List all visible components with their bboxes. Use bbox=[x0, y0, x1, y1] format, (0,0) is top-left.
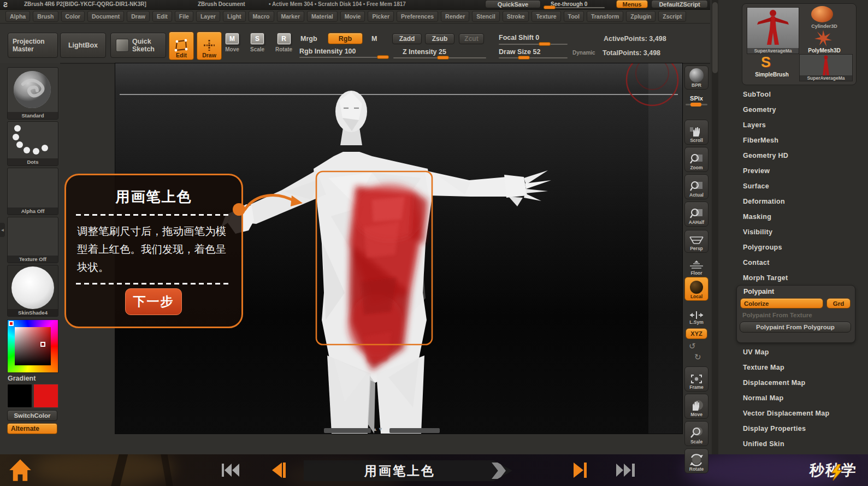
menus-button[interactable]: Menus bbox=[616, 0, 648, 8]
local-button[interactable]: Local bbox=[684, 277, 708, 301]
menu-zscript[interactable]: Zscript bbox=[658, 11, 686, 22]
menu-preferences[interactable]: Preferences bbox=[397, 11, 438, 22]
dock-rotate-button[interactable]: Rotate bbox=[684, 448, 708, 473]
prev-step-button[interactable] bbox=[270, 461, 286, 479]
section-unified-skin[interactable]: Unified Skin bbox=[743, 440, 784, 448]
zoom-button[interactable]: Zoom bbox=[684, 147, 708, 172]
rgb-button[interactable]: Rgb bbox=[328, 33, 363, 44]
section-displacement-map[interactable]: Displacement Map bbox=[743, 379, 806, 387]
cylinder3d-label[interactable]: Cylinder3D bbox=[801, 23, 847, 29]
section-surface[interactable]: Surface bbox=[743, 182, 769, 190]
hue-selector[interactable] bbox=[9, 321, 14, 326]
simplebrush-label[interactable]: SimpleBrush bbox=[747, 72, 797, 78]
focal-shift-knob[interactable] bbox=[539, 42, 551, 46]
current-material-thumbnail[interactable]: SkinShade4 bbox=[7, 265, 58, 317]
scale-button[interactable]: SScale bbox=[250, 33, 264, 52]
actual-button[interactable]: Actual bbox=[684, 174, 708, 199]
frame-button[interactable]: Frame bbox=[684, 366, 708, 392]
quicksave-button[interactable]: QuickSave bbox=[485, 0, 541, 8]
next-step-play-button[interactable] bbox=[571, 461, 588, 479]
z-intensity-knob[interactable] bbox=[437, 56, 449, 60]
spix-knob[interactable] bbox=[690, 103, 701, 106]
move-button[interactable]: MMove bbox=[225, 33, 239, 52]
persp-button[interactable]: Persp bbox=[684, 230, 708, 253]
zcut-button[interactable]: Zcut bbox=[459, 33, 484, 44]
floor-button[interactable]: Floor bbox=[684, 254, 708, 277]
section-geometry-hd[interactable]: Geometry HD bbox=[743, 152, 788, 159]
bpr-button[interactable]: BPR bbox=[684, 66, 708, 90]
cylinder3d-icon[interactable] bbox=[811, 6, 833, 22]
default-zscript-button[interactable]: DefaultZScript bbox=[651, 0, 708, 8]
section-display-properties[interactable]: Display Properties bbox=[743, 425, 806, 432]
section-uv-map[interactable]: UV Map bbox=[743, 348, 769, 356]
section-subtool[interactable]: SubTool bbox=[743, 91, 771, 98]
polypaint-from-polygroup-button[interactable]: Polypaint From Polygroup bbox=[740, 322, 851, 333]
color-selector[interactable] bbox=[40, 342, 45, 347]
simplebrush-icon[interactable]: S bbox=[761, 54, 771, 71]
edit-button[interactable]: Edit bbox=[169, 32, 194, 60]
menu-transform[interactable]: Transform bbox=[587, 11, 623, 22]
polypaint-header[interactable]: Polypaint bbox=[743, 288, 774, 295]
lsym-button[interactable]: L.Sym bbox=[684, 304, 708, 326]
active-tool-thumbnail[interactable]: SuperAverageMa bbox=[747, 7, 799, 54]
m-button[interactable]: M bbox=[371, 35, 377, 43]
section-visibility[interactable]: Visibility bbox=[743, 228, 772, 236]
gradient-label[interactable]: Gradient bbox=[8, 375, 36, 382]
grd-button[interactable]: Grd bbox=[826, 298, 851, 309]
draw-size-knob[interactable] bbox=[518, 56, 530, 60]
current-stroke-thumbnail[interactable]: Dots bbox=[7, 121, 58, 166]
recent-tool-thumbnail[interactable]: SuperAverageMa bbox=[799, 54, 853, 81]
switchcolor-button[interactable]: SwitchColor bbox=[7, 410, 57, 421]
mrgb-button[interactable]: Mrgb bbox=[300, 35, 317, 43]
menu-tool[interactable]: Tool bbox=[564, 11, 584, 22]
menu-alpha[interactable]: Alpha bbox=[5, 11, 30, 22]
spin-left-icon[interactable]: ↺ bbox=[689, 341, 696, 351]
section-layers[interactable]: Layers bbox=[743, 121, 766, 129]
zsub-button[interactable]: Zsub bbox=[425, 33, 454, 44]
section-preview[interactable]: Preview bbox=[743, 167, 770, 175]
section-polygroups[interactable]: Polygroups bbox=[743, 244, 782, 251]
main-color-swatch[interactable] bbox=[7, 384, 32, 408]
menu-document[interactable]: Document bbox=[87, 11, 124, 22]
dock-move-button[interactable]: Move bbox=[684, 394, 708, 419]
polymesh3d-label[interactable]: PolyMesh3D bbox=[799, 48, 849, 54]
spix-control[interactable]: SPix bbox=[686, 93, 707, 105]
section-deformation[interactable]: Deformation bbox=[743, 198, 785, 205]
section-vector-displacement-map[interactable]: Vector Displacement Map bbox=[743, 410, 829, 417]
color-picker[interactable] bbox=[7, 319, 58, 373]
current-texture-thumbnail[interactable]: Texture Off bbox=[7, 217, 58, 263]
quick-sketch-button[interactable]: Quick Sketch bbox=[110, 33, 166, 58]
section-normal-map[interactable]: Normal Map bbox=[743, 394, 784, 402]
home-button[interactable] bbox=[8, 458, 33, 482]
xyz-button[interactable]: XYZ bbox=[686, 328, 707, 339]
dock-scale-button[interactable]: Scale bbox=[684, 421, 708, 446]
menu-edit[interactable]: Edit bbox=[152, 11, 172, 22]
menu-macro[interactable]: Macro bbox=[249, 11, 274, 22]
lightbox-button[interactable]: LightBox bbox=[60, 33, 106, 58]
scroll-button[interactable]: Scroll bbox=[684, 120, 708, 145]
projection-master-button[interactable]: Projection Master bbox=[8, 33, 58, 58]
spin-right-icon[interactable]: ↻ bbox=[694, 352, 701, 362]
section-masking[interactable]: Masking bbox=[743, 213, 771, 221]
menu-material[interactable]: Material bbox=[307, 11, 338, 22]
colorize-button[interactable]: Colorize bbox=[740, 298, 823, 309]
zadd-button[interactable]: Zadd bbox=[392, 33, 422, 44]
menu-stroke[interactable]: Stroke bbox=[503, 11, 529, 22]
section-fibermesh[interactable]: FiberMesh bbox=[743, 137, 778, 144]
spix-slider[interactable] bbox=[686, 104, 707, 105]
menu-texture[interactable]: Texture bbox=[532, 11, 560, 22]
menu-color[interactable]: Color bbox=[61, 11, 85, 22]
next-step-button[interactable]: 下一步 bbox=[125, 288, 182, 315]
rgb-intensity-slider[interactable] bbox=[299, 57, 387, 58]
menu-layer[interactable]: Layer bbox=[196, 11, 220, 22]
dynamic-toggle[interactable]: Dynamic bbox=[572, 50, 595, 56]
section-geometry[interactable]: Geometry bbox=[743, 106, 776, 114]
canvas-scrollbar-right[interactable] bbox=[389, 428, 440, 433]
panel-collapse-handle[interactable]: ◄ bbox=[0, 223, 5, 237]
menu-render[interactable]: Render bbox=[441, 11, 469, 22]
focal-shift-slider[interactable] bbox=[499, 44, 568, 45]
current-alpha-thumbnail[interactable]: Alpha Off bbox=[7, 168, 58, 215]
last-step-button[interactable] bbox=[615, 461, 637, 479]
alternate-button[interactable]: Alternate bbox=[7, 423, 57, 434]
rotate-button[interactable]: RRotate bbox=[275, 33, 292, 52]
